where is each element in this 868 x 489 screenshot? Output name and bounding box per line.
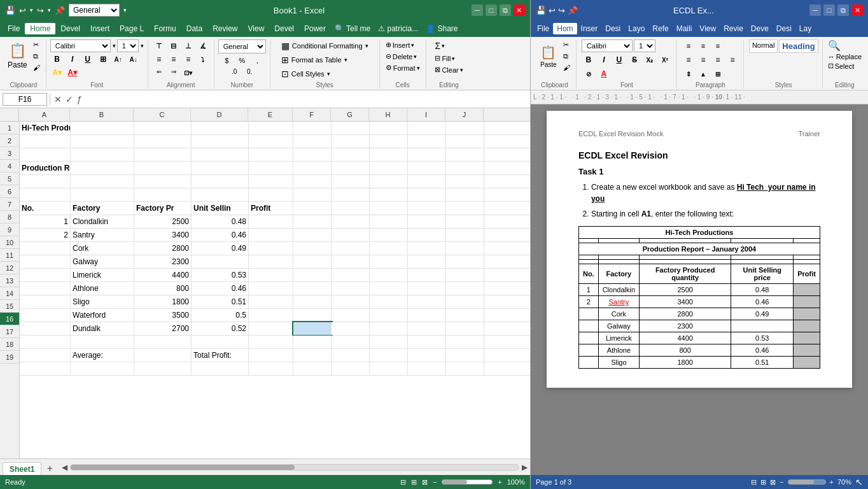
- excel-col-I[interactable]: I: [407, 108, 445, 121]
- word-close-btn[interactable]: ✕: [851, 4, 863, 16]
- cell-J8[interactable]: [446, 215, 484, 228]
- excel-row-1[interactable]: 1: [0, 122, 19, 134]
- cell-F19[interactable]: [293, 362, 332, 375]
- excel-row-9[interactable]: 9: [0, 223, 19, 236]
- excel-menu-share[interactable]: 👤 Share: [422, 23, 461, 34]
- cell-C3[interactable]: [134, 148, 192, 161]
- cell-H16[interactable]: [370, 322, 408, 335]
- cell-H17[interactable]: [370, 336, 408, 348]
- excel-menu-home[interactable]: Home: [25, 23, 55, 34]
- excel-page-break-icon[interactable]: ⊠: [422, 478, 428, 486]
- excel-underline-btn[interactable]: U: [81, 53, 95, 66]
- excel-fill-btn[interactable]: ⊟ Fill ▾: [433, 53, 457, 64]
- excel-undo-arrow[interactable]: ▾: [30, 7, 33, 13]
- excel-row-6[interactable]: 6: [0, 185, 19, 198]
- excel-row-19[interactable]: 19: [0, 351, 19, 364]
- cell-G4[interactable]: [332, 162, 370, 174]
- excel-menu-insert[interactable]: Insert: [85, 23, 115, 34]
- excel-increase-font-btn[interactable]: A↑: [111, 53, 125, 66]
- cell-C6[interactable]: [134, 188, 192, 201]
- cell-D13[interactable]: 0.46: [192, 282, 249, 295]
- excel-col-D[interactable]: D: [191, 108, 248, 121]
- word-clear-format-btn[interactable]: ⊘: [582, 67, 596, 80]
- excel-align-center-btn[interactable]: ≡: [167, 53, 181, 66]
- cell-I7[interactable]: [408, 202, 446, 215]
- cell-B9[interactable]: Santry: [71, 229, 134, 241]
- cell-F1[interactable]: [293, 122, 332, 134]
- excel-menu-search[interactable]: 🔍 Tell me: [331, 23, 374, 34]
- excel-col-H[interactable]: H: [369, 108, 407, 121]
- cell-C10[interactable]: 2800: [134, 242, 192, 255]
- excel-row-8[interactable]: 8: [0, 211, 19, 223]
- cell-H8[interactable]: [370, 215, 408, 228]
- cell-H5[interactable]: [370, 175, 408, 188]
- cell-F6[interactable]: [293, 188, 332, 201]
- excel-bottom-align-btn[interactable]: ⊥: [181, 39, 195, 52]
- cell-C11[interactable]: 2300: [134, 255, 192, 268]
- cell-E8[interactable]: [249, 215, 293, 228]
- word-justify-btn[interactable]: ≡: [725, 53, 739, 66]
- cell-J14[interactable]: [446, 295, 484, 308]
- cell-G2[interactable]: [332, 135, 370, 148]
- word-menu-home[interactable]: Hom: [553, 23, 577, 34]
- cell-A18[interactable]: [20, 349, 71, 362]
- cell-E3[interactable]: [249, 148, 293, 161]
- cell-I4[interactable]: [408, 162, 446, 174]
- excel-undo-icon[interactable]: ↩: [19, 6, 26, 15]
- word-superscript-btn[interactable]: X²: [658, 53, 672, 66]
- excel-cancel-icon[interactable]: ✕: [53, 93, 63, 106]
- cell-F2[interactable]: [293, 135, 332, 148]
- cell-G19[interactable]: [332, 362, 370, 375]
- cell-A14[interactable]: [20, 295, 71, 308]
- word-paste-btn[interactable]: 📋 Paste: [537, 39, 560, 73]
- cell-A5[interactable]: [20, 175, 71, 188]
- word-bullets-btn[interactable]: ≡: [682, 39, 696, 52]
- cell-A7[interactable]: No.: [20, 202, 71, 215]
- cell-G9[interactable]: [332, 229, 370, 241]
- cell-C15[interactable]: 3500: [134, 309, 192, 322]
- excel-col-C[interactable]: C: [134, 108, 191, 121]
- cell-B19[interactable]: [71, 362, 134, 375]
- cell-E4[interactable]: [249, 162, 293, 174]
- cell-B13[interactable]: Athlone: [71, 282, 134, 295]
- cell-A13[interactable]: [20, 282, 71, 295]
- excel-zoom-slider[interactable]: [442, 479, 493, 485]
- cell-E13[interactable]: [249, 282, 293, 295]
- word-multilevel-btn[interactable]: ≡: [711, 39, 725, 52]
- cell-A3[interactable]: [20, 148, 71, 161]
- cell-J9[interactable]: [446, 229, 484, 241]
- excel-fill-color-btn[interactable]: A▾: [50, 66, 64, 79]
- cell-D1[interactable]: [192, 122, 249, 134]
- cell-D19[interactable]: [192, 362, 249, 375]
- cell-A4[interactable]: Production Report – January 2004: [20, 162, 71, 174]
- excel-row-15[interactable]: 15: [0, 300, 19, 313]
- cell-D8[interactable]: 0.48: [192, 215, 249, 228]
- cell-A2[interactable]: [20, 135, 71, 148]
- cell-D10[interactable]: 0.49: [192, 242, 249, 255]
- word-italic-btn[interactable]: I: [597, 53, 611, 66]
- excel-insert-function-icon[interactable]: ƒ: [76, 93, 83, 106]
- word-menu-mailings[interactable]: Maili: [673, 23, 696, 34]
- word-heading1-style[interactable]: Heading: [779, 39, 818, 53]
- excel-row-12[interactable]: 12: [0, 262, 19, 274]
- cell-J10[interactable]: [446, 242, 484, 255]
- cell-C1[interactable]: [134, 122, 192, 134]
- excel-col-G[interactable]: G: [331, 108, 369, 121]
- cell-J5[interactable]: [446, 175, 484, 188]
- cell-A11[interactable]: [20, 255, 71, 268]
- excel-number-format-title[interactable]: General: [69, 4, 120, 17]
- cell-D14[interactable]: 0.51: [192, 295, 249, 308]
- cell-J13[interactable]: [446, 282, 484, 295]
- cell-F7[interactable]: [293, 202, 332, 215]
- excel-comma-btn[interactable]: ,: [250, 55, 264, 66]
- excel-row-7[interactable]: 7: [0, 198, 19, 211]
- word-menu-design[interactable]: Desi: [601, 23, 624, 34]
- cell-E19[interactable]: [249, 362, 293, 375]
- excel-row-17[interactable]: 17: [0, 325, 19, 338]
- cell-F4[interactable]: [293, 162, 332, 174]
- word-bold-btn[interactable]: B: [582, 53, 596, 66]
- word-copy-btn[interactable]: ⧉: [561, 51, 572, 62]
- cell-B1[interactable]: [71, 122, 134, 134]
- excel-increase-indent-btn[interactable]: ⇒: [167, 66, 181, 76]
- word-menu-design2[interactable]: Desi: [773, 23, 795, 34]
